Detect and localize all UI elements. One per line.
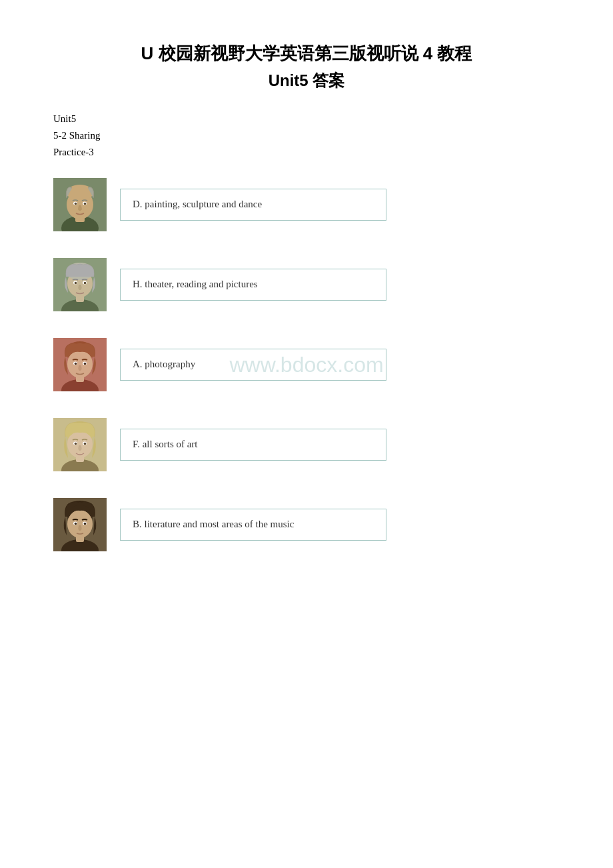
svg-point-25 <box>75 363 77 365</box>
svg-point-26 <box>84 363 87 365</box>
qa-item-4: F. all sorts of art <box>53 418 560 471</box>
avatar-5 <box>53 498 107 551</box>
svg-point-22 <box>67 350 93 378</box>
svg-point-43 <box>75 523 77 525</box>
svg-point-16 <box>75 282 77 285</box>
qa-item-3: A. photography <box>53 338 560 391</box>
svg-point-35 <box>84 443 87 445</box>
answer-box-5: B. literature and most areas of the musi… <box>120 509 386 541</box>
avatar-4 <box>53 418 107 471</box>
svg-point-34 <box>75 443 77 445</box>
avatar-2 <box>53 258 107 311</box>
answer-box-1: D. painting, sculpture and dance <box>120 189 386 221</box>
avatar-3 <box>53 338 107 391</box>
svg-point-44 <box>84 523 87 525</box>
meta-section: 5-2 Sharing <box>53 130 560 141</box>
answer-box-3: A. photography <box>120 349 386 381</box>
meta-unit: Unit5 <box>53 113 560 125</box>
svg-point-8 <box>84 203 87 205</box>
answer-box-4: F. all sorts of art <box>120 429 386 461</box>
qa-item-2: H. theater, reading and pictures <box>53 258 560 311</box>
svg-point-17 <box>84 282 87 285</box>
answer-box-2: H. theater, reading and pictures <box>120 269 386 301</box>
qa-item-5: B. literature and most areas of the musi… <box>53 498 560 551</box>
svg-point-7 <box>75 203 77 205</box>
meta-practice: Practice-3 <box>53 147 560 158</box>
page-title: U 校园新视野大学英语第三版视听说 4 教程 Unit5 答案 <box>53 40 560 93</box>
qa-item-1: D. painting, sculpture and dance <box>53 178 560 231</box>
avatar-1 <box>53 178 107 231</box>
